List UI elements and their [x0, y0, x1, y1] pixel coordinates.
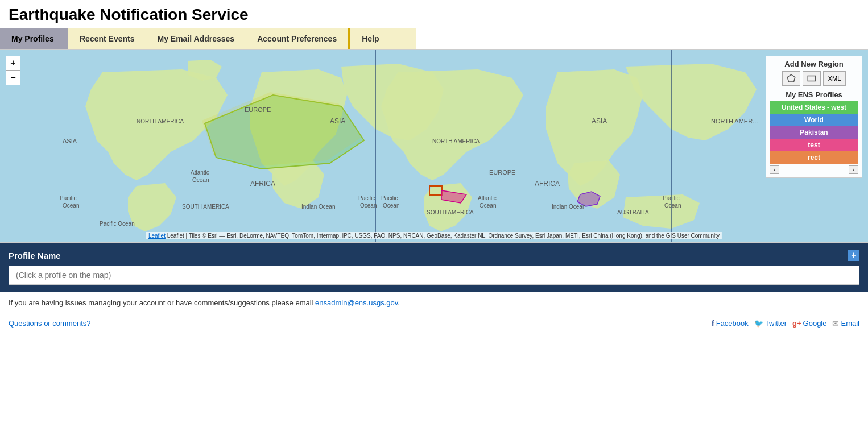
svg-text:AFRICA: AFRICA	[250, 180, 275, 188]
svg-text:EUROPE: EUROPE	[489, 169, 515, 176]
twitter-icon: 🐦	[754, 319, 763, 328]
svg-text:Ocean: Ocean	[664, 202, 681, 209]
scroll-left-button[interactable]: ‹	[770, 165, 779, 174]
google-link[interactable]: g+ Google	[792, 319, 826, 328]
svg-text:NORTH AMER...: NORTH AMER...	[711, 118, 758, 125]
google-icon: g+	[792, 319, 801, 328]
nav-item-my-profiles[interactable]: My Profiles	[0, 28, 68, 49]
profile-section: Profile Name +	[0, 243, 868, 292]
email-social-link[interactable]: ✉ Email	[832, 319, 859, 328]
app-title: Earthquake Notification Service	[0, 0, 868, 28]
add-new-region-label: Add New Region	[770, 60, 858, 68]
rectangle-draw-button[interactable]	[803, 71, 821, 86]
profile-name-label: Profile Name +	[9, 250, 859, 261]
facebook-link[interactable]: f Facebook	[712, 318, 749, 328]
xml-button[interactable]: XML	[823, 71, 846, 86]
svg-text:Pacific: Pacific	[663, 195, 679, 201]
nav-item-help[interactable]: Help	[348, 28, 416, 49]
email-icon: ✉	[832, 319, 839, 328]
questions-link[interactable]: Questions or comments?	[9, 319, 91, 328]
svg-text:Pacific: Pacific	[381, 195, 398, 201]
nav-item-my-email-addresses[interactable]: My Email Addresses	[146, 28, 246, 49]
svg-text:Pacific Ocean: Pacific Ocean	[100, 221, 135, 227]
svg-text:ASIA: ASIA	[330, 117, 345, 125]
svg-text:Ocean: Ocean	[63, 202, 79, 209]
map-container[interactable]: ASIA NORTH AMERICA Pacific Ocean Pacific…	[0, 49, 868, 243]
map-svg: ASIA NORTH AMERICA Pacific Ocean Pacific…	[0, 50, 868, 242]
zoom-out-button[interactable]: −	[6, 71, 20, 85]
sidebar-buttons: XML	[770, 71, 858, 86]
svg-text:Ocean: Ocean	[383, 202, 399, 209]
svg-text:Atlantic: Atlantic	[478, 195, 497, 201]
map-attribution: Leaflet Leaflet | Tiles © Esri — Esri, D…	[146, 232, 722, 239]
twitter-link[interactable]: 🐦 Twitter	[754, 319, 787, 328]
map-controls: + −	[6, 56, 20, 85]
profiles-list: United States - westWorldPakistantestrec…	[770, 101, 858, 164]
svg-text:Pacific: Pacific	[358, 195, 375, 201]
svg-text:EUROPE: EUROPE	[245, 106, 271, 113]
svg-text:ASIA: ASIA	[63, 138, 77, 144]
svg-text:Indian Ocean: Indian Ocean	[552, 204, 586, 210]
svg-text:NORTH AMERICA: NORTH AMERICA	[432, 138, 480, 144]
svg-text:Ocean: Ocean	[360, 202, 377, 209]
my-ens-profiles-label: My ENS Profiles	[770, 90, 858, 99]
svg-rect-39	[808, 76, 816, 81]
svg-text:SOUTH AMERICA: SOUTH AMERICA	[427, 209, 474, 216]
polygon-draw-button[interactable]	[782, 71, 800, 86]
svg-text:AFRICA: AFRICA	[535, 180, 560, 188]
sidebar-panel: Add New Region XML My ENS Profiles Unite…	[766, 56, 862, 178]
svg-text:Ocean: Ocean	[192, 177, 209, 183]
bottom-links: Questions or comments? f Facebook 🐦 Twit…	[0, 314, 868, 333]
footer-text: If you are having issues managing your a…	[0, 292, 868, 314]
social-links: f Facebook 🐦 Twitter g+ Google ✉ Email	[712, 318, 859, 328]
profile-item-us-west[interactable]: United States - west	[770, 101, 858, 114]
svg-text:Ocean: Ocean	[480, 202, 496, 209]
leaflet-link[interactable]: Leaflet	[148, 233, 166, 239]
svg-text:Atlantic: Atlantic	[191, 169, 209, 176]
expand-button[interactable]: +	[848, 250, 859, 261]
nav-item-account-preferences[interactable]: Account Preferences	[246, 28, 348, 49]
svg-marker-38	[787, 74, 795, 82]
svg-text:ASIA: ASIA	[592, 117, 607, 125]
facebook-icon: f	[712, 318, 714, 328]
svg-text:Pacific: Pacific	[60, 195, 76, 201]
profile-item-test[interactable]: test	[770, 139, 858, 151]
profile-item-world[interactable]: World	[770, 114, 858, 126]
zoom-in-button[interactable]: +	[6, 56, 20, 71]
polygon-icon	[786, 73, 796, 84]
svg-text:Indian Ocean: Indian Ocean	[301, 204, 336, 210]
svg-text:NORTH AMERICA: NORTH AMERICA	[137, 118, 184, 125]
svg-text:AUSTRALIA: AUSTRALIA	[617, 209, 649, 216]
nav-bar: My Profiles Recent Events My Email Addre…	[0, 28, 868, 49]
nav-item-recent-events[interactable]: Recent Events	[68, 28, 146, 49]
footer-email-link[interactable]: ensadmin@ens.usgs.gov	[315, 299, 398, 307]
profile-item-rect[interactable]: rect	[770, 151, 858, 164]
scroll-right-button[interactable]: ›	[849, 165, 858, 174]
svg-text:SOUTH AMERICA: SOUTH AMERICA	[182, 204, 229, 210]
profile-name-input[interactable]	[9, 266, 859, 285]
rectangle-icon	[807, 73, 817, 84]
profile-item-pakistan[interactable]: Pakistan	[770, 126, 858, 139]
